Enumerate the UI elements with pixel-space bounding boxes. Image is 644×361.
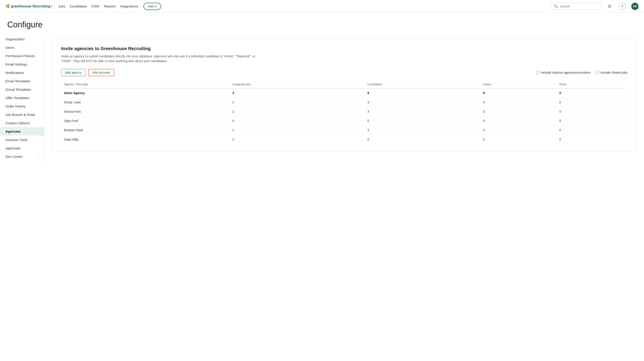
table-row: Arbor Agency3990 bbox=[61, 88, 628, 98]
include-closed-label: Include closed jobs bbox=[600, 71, 628, 74]
sidebar-item-custom-options[interactable]: Custom Options bbox=[0, 119, 44, 127]
col-header-assigned-jobs: Assigned jobs bbox=[230, 81, 364, 88]
sidebar-label-offer-templates: Offer Templates bbox=[6, 96, 29, 100]
sidebar-label-custom-options: Custom Options bbox=[6, 121, 30, 125]
sidebar-label-dev-center: Dev Center bbox=[6, 155, 23, 159]
sidebar-label-inclusion-tools: Inclusion Tools bbox=[6, 138, 28, 142]
sidebar-item-social-templates[interactable]: Social Templates bbox=[0, 85, 44, 94]
dev-center-chevron-icon: › bbox=[38, 155, 39, 159]
col-header-active: Active bbox=[480, 81, 556, 88]
sidebar-label-job-boards: Job Boards & Posts bbox=[6, 113, 35, 117]
sidebar-item-order-history[interactable]: Order History bbox=[0, 102, 44, 110]
nav-candidates[interactable]: Candidates bbox=[70, 4, 87, 8]
cell-assigned-jobs: 2 bbox=[230, 135, 364, 144]
section-title: Invite agencies to Greenhouse Recruiting bbox=[61, 46, 628, 51]
sidebar-item-agencies[interactable]: Agencies bbox=[0, 127, 44, 136]
page-title: Configure bbox=[7, 20, 637, 30]
cell-candidates[interactable]: 3 bbox=[364, 98, 480, 107]
cell-name: Oscar Lowe bbox=[61, 98, 230, 107]
help-icon: ? bbox=[621, 5, 624, 8]
col-header-candidates: Candidates bbox=[364, 81, 480, 88]
include-closed-checkbox-label[interactable]: Include closed jobs bbox=[596, 71, 628, 74]
sidebar-label-approvals: Approvals bbox=[6, 146, 20, 150]
search-box[interactable]: 🔍 bbox=[551, 3, 600, 10]
nav-integrations[interactable]: Integrations bbox=[120, 4, 138, 8]
cell-active[interactable]: 3 bbox=[480, 107, 556, 116]
settings-button[interactable]: ⚙ bbox=[606, 3, 613, 10]
add-button-label: Add bbox=[148, 5, 154, 8]
agencies-table: Agency / Recruiter Assigned jobs Candida… bbox=[61, 81, 628, 144]
search-icon: 🔍 bbox=[554, 4, 558, 9]
table-row: Seoyun Kim2330 bbox=[61, 107, 628, 116]
nav-crm[interactable]: CRM bbox=[92, 4, 99, 8]
sidebar-item-permission-policies[interactable]: Permission Policies bbox=[0, 52, 44, 60]
include-closed-checkbox[interactable] bbox=[596, 71, 599, 74]
cell-candidates[interactable]: 3 bbox=[364, 107, 480, 116]
sidebar-label-organization: Organization bbox=[6, 37, 25, 41]
search-input[interactable] bbox=[560, 5, 598, 8]
sidebar-item-approvals[interactable]: Approvals bbox=[0, 144, 44, 152]
action-bar: Add agency Add recruiter Include inactiv… bbox=[61, 69, 628, 76]
cell-active[interactable]: 3 bbox=[480, 98, 556, 107]
sidebar-item-email-settings[interactable]: Email Settings bbox=[0, 60, 44, 69]
cell-name: Isaac Ellig bbox=[61, 135, 230, 144]
nav-reports[interactable]: Reports bbox=[104, 4, 116, 8]
col-header-hired: Hired bbox=[556, 81, 628, 88]
cell-name: Seoyun Kim bbox=[61, 107, 230, 116]
avatar-button[interactable]: GH bbox=[631, 3, 638, 10]
content-area: Organization Users Permission Policies E… bbox=[0, 33, 644, 163]
help-button[interactable]: ? bbox=[618, 3, 626, 10]
add-agency-button[interactable]: Add agency bbox=[61, 69, 86, 76]
cell-assigned-jobs: 3 bbox=[230, 88, 364, 98]
sidebar-item-email-templates[interactable]: Email Templates bbox=[0, 77, 44, 85]
sidebar-item-offer-templates[interactable]: Offer Templates bbox=[0, 94, 44, 102]
cell-name: Roshan Patel bbox=[61, 126, 230, 135]
sidebar-item-inclusion-tools[interactable]: Inclusion Tools bbox=[0, 136, 44, 144]
cell-assigned-jobs: 2 bbox=[230, 126, 364, 135]
sidebar-label-email-templates: Email Templates bbox=[6, 79, 30, 83]
add-button[interactable]: Add ▾ bbox=[144, 3, 161, 10]
checkboxes-area: Include inactive agencies/recruiters Inc… bbox=[536, 71, 628, 74]
logo-icon: 🌿 bbox=[6, 4, 10, 9]
cell-candidates[interactable]: 3 bbox=[364, 126, 480, 135]
logo[interactable]: 🌿 greenhouse Recruiting ▾ bbox=[6, 4, 52, 9]
sidebar-item-notifications[interactable]: Notifications bbox=[0, 69, 44, 77]
table-row: Roshan Patel2330 bbox=[61, 126, 628, 135]
include-inactive-checkbox-label[interactable]: Include inactive agencies/recruiters bbox=[536, 71, 590, 74]
cell-active: 0 bbox=[480, 116, 556, 126]
cell-active[interactable]: 3 bbox=[480, 126, 556, 135]
cell-candidates: 0 bbox=[364, 116, 480, 126]
avatar-text: GH bbox=[633, 5, 637, 8]
cell-active: 0 bbox=[480, 135, 556, 144]
include-inactive-label: Include inactive agencies/recruiters bbox=[541, 71, 590, 74]
sidebar-label-social-templates: Social Templates bbox=[6, 88, 31, 91]
logo-dropdown-icon[interactable]: ▾ bbox=[51, 5, 52, 8]
cell-hired: 0 bbox=[556, 126, 628, 135]
sidebar-label-order-history: Order History bbox=[6, 104, 26, 108]
section-description: Invite an agency to submit candidates di… bbox=[61, 54, 265, 64]
page-title-area: Configure bbox=[0, 13, 644, 33]
sidebar-item-job-boards[interactable]: Job Boards & Posts bbox=[0, 110, 44, 119]
sidebar-item-dev-center[interactable]: Dev Center › bbox=[0, 152, 44, 161]
gear-icon: ⚙ bbox=[608, 4, 611, 9]
cell-active[interactable]: 9 bbox=[480, 88, 556, 98]
sidebar-label-agencies: Agencies bbox=[6, 130, 20, 133]
sidebar-label-email-settings: Email Settings bbox=[6, 62, 27, 66]
col-header-agency-recruiter: Agency / Recruiter bbox=[61, 81, 230, 88]
nav-jobs[interactable]: Jobs bbox=[58, 4, 65, 8]
top-navigation: 🌿 greenhouse Recruiting ▾ Jobs Candidate… bbox=[0, 0, 644, 13]
cell-hired: 0 bbox=[556, 116, 628, 126]
sidebar-item-organization[interactable]: Organization bbox=[0, 35, 44, 43]
table-row: Isaac Ellig2000 bbox=[61, 135, 628, 144]
cell-candidates[interactable]: 9 bbox=[364, 88, 480, 98]
sidebar-item-users[interactable]: Users bbox=[0, 43, 44, 52]
nav-links: Jobs Candidates CRM Reports Integrations bbox=[58, 4, 138, 8]
add-recruiter-button[interactable]: Add recruiter bbox=[88, 69, 114, 76]
sidebar-label-notifications: Notifications bbox=[6, 71, 24, 75]
sidebar-label-permission-policies: Permission Policies bbox=[6, 54, 35, 58]
logo-text: greenhouse Recruiting bbox=[11, 4, 50, 9]
cell-hired: 0 bbox=[556, 135, 628, 144]
cell-hired: 0 bbox=[556, 107, 628, 116]
add-chevron-icon: ▾ bbox=[155, 5, 156, 8]
include-inactive-checkbox[interactable] bbox=[536, 71, 540, 74]
